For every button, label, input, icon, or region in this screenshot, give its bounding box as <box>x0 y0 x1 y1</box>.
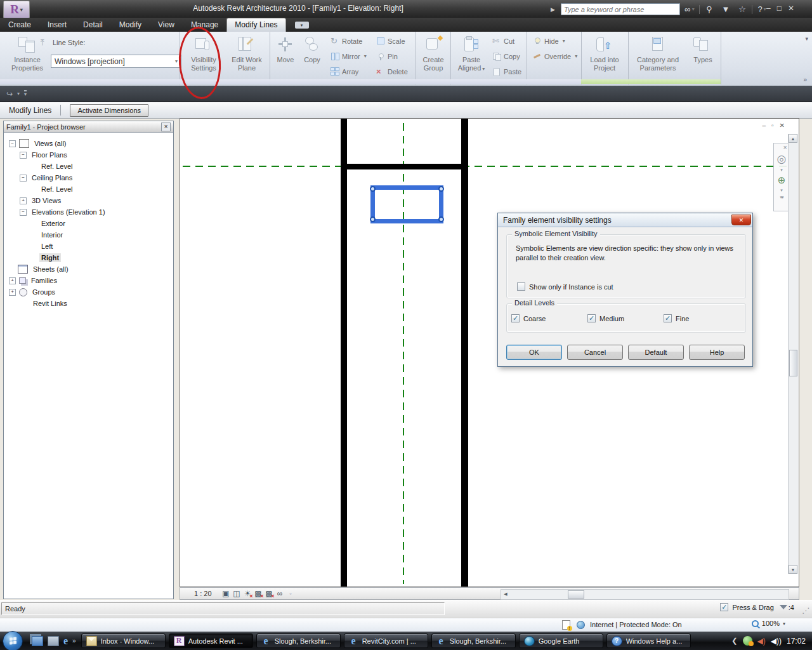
mirror-button[interactable]: Mirror▾ <box>331 52 367 60</box>
press-drag-checkbox[interactable]: ✓ Press & Drag <box>720 603 773 611</box>
resize-grip[interactable]: ⋰ <box>802 606 809 615</box>
dialog-title-bar[interactable]: Family element visibility settings ✕ <box>498 213 752 227</box>
ribbon-state-toggle[interactable]: ▾ <box>295 22 309 29</box>
copy-to-clipboard-button[interactable]: Copy <box>492 52 520 60</box>
override-button[interactable]: Override▾ <box>533 52 577 60</box>
detail-level-icon[interactable]: ▣ <box>221 589 232 598</box>
array-button[interactable]: Array <box>331 67 358 76</box>
steering-wheel-icon[interactable]: ◎ <box>777 152 787 166</box>
taskbar-button-autodesk-revit[interactable]: RAutodesk Revit ... <box>169 633 253 648</box>
default-button[interactable]: Default <box>628 345 684 360</box>
tree-item-exterior[interactable]: Exterior <box>4 218 173 229</box>
tree-item-families[interactable]: +Families <box>4 275 173 286</box>
help-button[interactable]: Help <box>689 345 745 360</box>
application-menu-button[interactable]: R▾ <box>3 1 30 18</box>
tray-app-icon[interactable] <box>743 636 752 646</box>
tree-item-ref-level[interactable]: Ref. Level <box>4 161 173 172</box>
reference-plane-horizontal[interactable] <box>183 166 790 167</box>
tray-expand-icon[interactable]: ❮ <box>731 637 737 645</box>
tab-detail[interactable]: Detail <box>75 18 111 32</box>
vertical-scrollbar[interactable]: ▲ ▼ <box>788 134 798 574</box>
tree-item-elevations-elevation-1[interactable]: −Elevations (Elevation 1) <box>4 206 173 218</box>
close-icon[interactable]: ✕ <box>731 215 751 225</box>
taskbar-button-revitcity-com[interactable]: eRevitCity.com | ... <box>344 633 428 648</box>
taskbar-button-google-earth[interactable]: Google Earth <box>519 633 603 648</box>
checkbox-unchecked[interactable] <box>517 282 525 291</box>
horizontal-scrollbar-thumb[interactable] <box>568 590 584 599</box>
selection-handle[interactable] <box>370 186 376 192</box>
tab-view[interactable]: View <box>150 18 183 32</box>
speaker-icon[interactable]: ◀)) <box>771 637 782 645</box>
checkbox-checked[interactable]: ✓ <box>720 603 728 611</box>
edit-work-plane-button[interactable]: Edit Work Plane <box>228 36 266 72</box>
coarse-checkbox[interactable]: ✓Coarse <box>511 314 587 322</box>
scroll-left-icon[interactable]: ◀ <box>501 590 510 598</box>
view-close-button[interactable]: ✕ <box>780 122 785 129</box>
view-minimize-button[interactable]: ‒ <box>763 122 766 129</box>
communication-center-icon[interactable]: ▼ <box>719 4 733 15</box>
scroll-up-icon[interactable]: ▲ <box>789 134 797 143</box>
selection-handle[interactable] <box>370 216 376 222</box>
crop-region-visibility-icon[interactable]: ▩× <box>264 589 275 598</box>
ie-zoom-control[interactable]: 100% ▾ <box>752 620 785 627</box>
close-icon[interactable]: ✕ <box>783 145 787 150</box>
ok-button[interactable]: OK <box>506 345 562 360</box>
move-button[interactable]: Move <box>273 36 298 64</box>
taskbar-button-slough-berkshir[interactable]: eSlough, Berkshir... <box>256 633 341 648</box>
taskbar-button-windows-help-a[interactable]: ?Windows Help a... <box>606 633 691 648</box>
checkbox-checked[interactable]: ✓ <box>511 314 520 322</box>
checkbox-checked[interactable]: ✓ <box>587 314 596 322</box>
chevron-down-icon[interactable]: ▾ <box>780 188 783 193</box>
tree-item-views-all[interactable]: −Views (all) <box>4 138 173 149</box>
zoom-icon[interactable]: ⊕ <box>778 175 786 186</box>
hide-button[interactable]: Hide▾ <box>533 37 565 45</box>
tab-create[interactable]: Create <box>0 18 39 32</box>
collapse-minus-icon[interactable]: − <box>20 209 27 216</box>
reveal-hidden-elements-icon[interactable]: ◦ <box>285 589 296 598</box>
shadows-icon[interactable]: ☀× <box>242 589 253 598</box>
tree-item-3d-views[interactable]: +3D Views <box>4 195 173 206</box>
tab-modify[interactable]: Modify <box>111 18 150 32</box>
cancel-button[interactable]: Cancel <box>567 345 623 360</box>
minimize-button[interactable]: ‒ <box>766 4 771 13</box>
expand-plus-icon[interactable]: + <box>9 277 16 284</box>
maximize-button[interactable]: □ <box>777 4 782 13</box>
expand-plus-icon[interactable]: + <box>20 197 27 204</box>
taskbar-button-inbox-window[interactable]: Inbox - Window... <box>81 633 166 648</box>
medium-checkbox[interactable]: ✓Medium <box>587 314 664 322</box>
scale-button[interactable]: Scale <box>376 37 405 45</box>
expand-plus-icon[interactable]: + <box>9 289 16 296</box>
tree-item-ceiling-plans[interactable]: −Ceiling Plans <box>4 172 173 183</box>
collapse-minus-icon[interactable]: − <box>9 140 16 147</box>
delete-button[interactable]: × Delete <box>376 67 408 76</box>
chevron-down-icon[interactable]: ▾ <box>805 36 808 42</box>
search-input[interactable] <box>561 3 680 15</box>
fine-checkbox[interactable]: ✓Fine <box>664 314 740 322</box>
page-warning-icon[interactable] <box>561 620 571 630</box>
category-and-parameters-button[interactable]: Category and Parameters <box>631 36 685 72</box>
filter-button[interactable]: :4 <box>780 604 794 611</box>
ribbon-overflow-icon[interactable]: » <box>803 76 807 83</box>
tree-item-revit-links[interactable]: Revit Links <box>4 298 173 309</box>
activate-dimensions-button[interactable]: Activate Dimensions <box>70 104 148 117</box>
line-style-dropdown[interactable]: Windows [projection]▾ <box>51 55 181 68</box>
rotate-button[interactable]: ↻ Rotate <box>331 37 362 45</box>
scroll-down-icon[interactable]: ▼ <box>789 565 797 574</box>
tree-item-left[interactable]: Left <box>4 241 173 252</box>
subscription-key-icon[interactable]: ⚲ <box>702 4 716 15</box>
navbar-expand-icon[interactable]: ▾▾ <box>780 195 783 200</box>
selected-window-symbol[interactable] <box>370 185 443 223</box>
chevron-down-icon[interactable]: ▾ <box>780 168 783 173</box>
types-button[interactable]: Types <box>689 36 717 64</box>
pin-button[interactable]: Pin <box>376 52 398 60</box>
collapse-minus-icon[interactable]: − <box>20 175 27 182</box>
vertical-scrollbar-thumb[interactable] <box>789 350 797 376</box>
horizontal-scrollbar[interactable]: ◀ <box>501 589 789 600</box>
tab-insert[interactable]: Insert <box>39 18 75 32</box>
chevron-down-icon[interactable]: ▾ <box>17 91 20 96</box>
close-button[interactable]: ✕ <box>788 4 794 13</box>
selection-handle[interactable] <box>438 186 444 192</box>
paste-aligned-button[interactable]: Paste Aligned▾ <box>455 36 487 73</box>
volume-mixer-icon[interactable]: ◀) <box>757 637 766 645</box>
load-into-project-button[interactable]: ⇧ Load into Project <box>586 36 624 72</box>
